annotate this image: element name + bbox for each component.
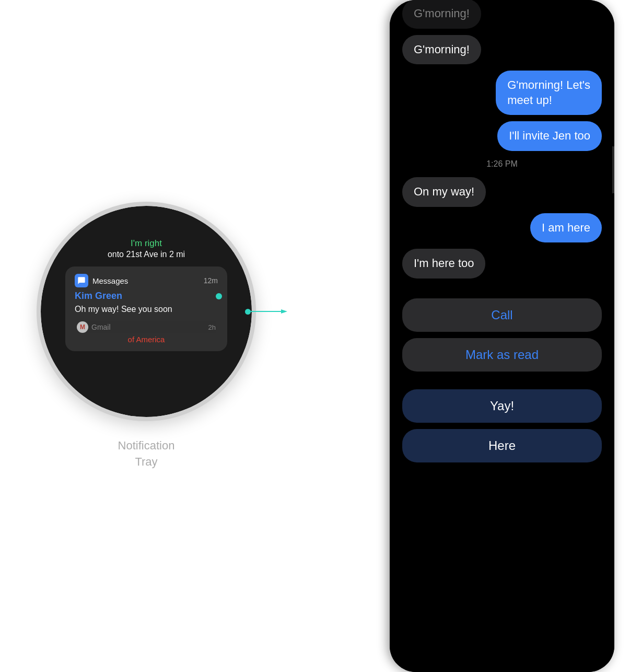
side-button: [612, 146, 614, 193]
message-gmorning: G'morning!: [402, 35, 481, 65]
mark-as-read-button[interactable]: Mark as read: [402, 338, 602, 372]
spacer: [402, 285, 602, 292]
notification-card[interactable]: Messages 12m Kim Green Oh my way! See yo…: [65, 267, 227, 351]
nav-text-green: I'm right: [131, 237, 162, 250]
notification-header: Messages 12m: [75, 274, 218, 287]
phone-section: G'morning! G'morning! G'morning! Let'sme…: [374, 0, 630, 672]
messages-screen: G'morning! G'morning! G'morning! Let'sme…: [390, 0, 614, 672]
watch-circle-container: I'm right onto 21st Ave in 2 mi Messages…: [37, 202, 256, 421]
bank-text: of America: [75, 335, 218, 344]
gmail-app-name: Gmail: [91, 323, 111, 331]
phone-device: G'morning! G'morning! G'morning! Let'sme…: [390, 0, 614, 672]
msg-row-1: G'morning!: [402, 35, 602, 65]
app-name: Messages: [92, 276, 128, 285]
connector-dot: [245, 309, 251, 315]
call-button[interactable]: Call: [402, 298, 602, 332]
messages-icon: [75, 274, 88, 287]
watch-screen: I'm right onto 21st Ave in 2 mi Messages…: [41, 206, 252, 417]
notification-time: 12m: [204, 276, 218, 285]
msg-row-3: I'll invite Jen too: [402, 121, 602, 151]
msg-row-4: On my way!: [402, 177, 602, 207]
app-label: Messages: [75, 274, 128, 287]
notification-message: Oh my way! See you soon: [75, 304, 218, 315]
message-on-my-way: On my way!: [402, 177, 486, 207]
yay-button[interactable]: Yay!: [402, 389, 602, 423]
msg-row-5: I am here: [402, 213, 602, 243]
nav-text-white: onto 21st Ave in 2 mi: [108, 250, 185, 259]
gmail-row: M Gmail 2h: [75, 321, 218, 333]
msg-row-2: G'morning! Let'smeet up!: [402, 71, 602, 115]
gmail-time: 2h: [208, 323, 216, 331]
notification-sender: Kim Green: [75, 291, 218, 302]
spacer2: [402, 378, 602, 383]
svg-marker-1: [281, 309, 287, 314]
notification-tray-section: I'm right onto 21st Ave in 2 mi Messages…: [0, 0, 293, 672]
message-i-am-here: I am here: [530, 213, 602, 243]
gmail-label-group: M Gmail: [77, 321, 111, 333]
message-time: 1:26 PM: [402, 157, 602, 171]
partial-bubble: G'morning!: [402, 0, 481, 29]
notification-tray-label: Notification Tray: [118, 438, 175, 470]
watch-device: I'm right onto 21st Ave in 2 mi Messages…: [37, 202, 256, 421]
message-invite-jen: I'll invite Jen too: [497, 121, 602, 151]
msg-row: G'morning!: [402, 4, 602, 29]
message-here-too: I'm here too: [402, 249, 485, 279]
gmail-icon: M: [77, 321, 88, 333]
here-button[interactable]: Here: [402, 429, 602, 462]
connector-line-svg: [251, 308, 287, 315]
message-meet-up: G'morning! Let'smeet up!: [496, 71, 602, 115]
connector: [245, 308, 287, 315]
msg-row-6: I'm here too: [402, 249, 602, 279]
unread-dot: [216, 293, 222, 299]
